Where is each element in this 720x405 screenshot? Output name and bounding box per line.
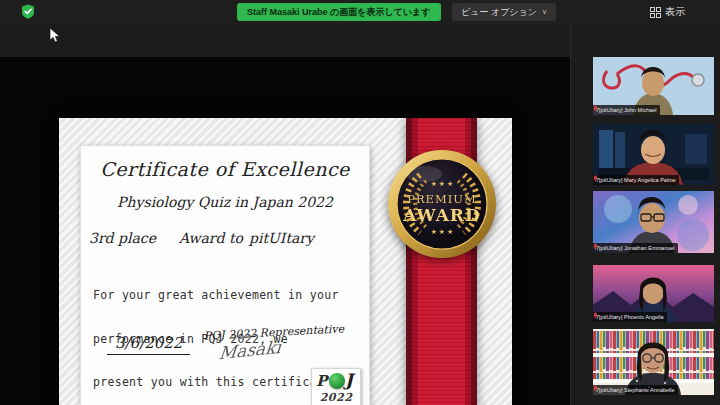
certificate-place: 3rd place [89,230,156,246]
certificate-awardee: pitUItary [249,230,314,246]
body-line: For your great achievement in your [93,288,365,303]
view-options-label: ビュー オプション [461,6,537,19]
badge-award-text: AWARD [402,205,480,225]
display-view-button[interactable]: 表示 [650,3,685,21]
badge-premium-text: PREMIUM [407,192,477,206]
display-button-label: 表示 [665,5,685,19]
muted-mic-icon [593,105,598,112]
grid-view-icon [650,7,661,18]
participant-name: 7[pitUItary] Phoenix Angella [596,314,664,320]
pqj-logo: P J 2022 [311,368,361,405]
security-shield-icon[interactable] [21,4,35,19]
chevron-down-icon: ∨ [542,8,547,16]
participants-video-strip: 7[pitUItary] John Michael 7[pitUItary] M… [570,24,720,405]
pqj-logo-j: J [345,370,353,390]
participant-name: 7[pitUItary] Mary Angelica Palme [596,177,676,183]
muted-mic-icon [593,312,598,319]
muted-mic-icon [593,385,598,392]
muted-mic-icon [593,243,598,250]
certificate-panel: Certificate of Excellence Physiology Qui… [80,145,370,405]
participant-name-tag: 7[pitUItary] Phoenix Angella [593,312,667,322]
participant-name-tag: 7[pitUItary] Jonathan Emmanuel [593,243,678,253]
badge-stars-bottom: ★ ★ ★ [431,228,454,235]
pqj-logo-year: 2022 [312,391,360,404]
badge-stars-top: ★ ★ ★ [431,180,454,187]
shared-screen-stage: Certificate of Excellence Physiology Qui… [0,24,570,405]
view-options-button[interactable]: ビュー オプション ∨ [452,3,556,21]
certificate-award-to-label: Award to [179,230,243,246]
certificate-image: Certificate of Excellence Physiology Qui… [59,118,512,405]
participant-name: 7[pitUItary] Jonathan Emmanuel [596,245,675,251]
certificate-date: 3/6/2022 [107,334,190,355]
video-tile-participant-1[interactable]: 7[pitUItary] John Michael [593,57,714,115]
pqj-logo-p: P [316,372,327,390]
participant-name: 7[pitUItary] John Michael [596,107,657,113]
share-banner-text: Staff Masaki Urabe の画面を表示しています [247,6,431,19]
meeting-top-bar: Staff Masaki Urabe の画面を表示しています ビュー オプション… [0,0,720,24]
video-tile-participant-2[interactable]: 7[pitUItary] Mary Angelica Palme [593,124,714,185]
video-tile-participant-3[interactable]: 7[pitUItary] Jonathan Emmanuel [593,191,714,253]
participant-name: 7[pitUItary] Stephanie Annabelle [596,387,675,393]
shared-screen-black-area: Certificate of Excellence Physiology Qui… [0,57,570,405]
participant-name-tag: 7[pitUItary] Stephanie Annabelle [593,385,678,395]
video-tile-participant-4[interactable]: 7[pitUItary] Phoenix Angella [593,265,714,322]
premium-award-badge: ★ ★ ★ PREMIUM AWARD ★ ★ ★ [386,148,498,260]
mouse-cursor [49,27,61,43]
screen-share-banner: Staff Masaki Urabe の画面を表示しています [237,3,441,21]
muted-mic-icon [593,175,598,182]
certificate-subtitle: Physiology Quiz in Japan 2022 [81,194,369,210]
participant-name-tag: 7[pitUItary] John Michael [593,105,660,115]
participant-name-tag: 7[pitUItary] Mary Angelica Palme [593,175,679,185]
pqj-logo-globe-icon [329,373,345,389]
video-tile-participant-5[interactable]: 7[pitUItary] Stephanie Annabelle [593,329,714,395]
certificate-title: Certificate of Excellence [81,158,369,180]
